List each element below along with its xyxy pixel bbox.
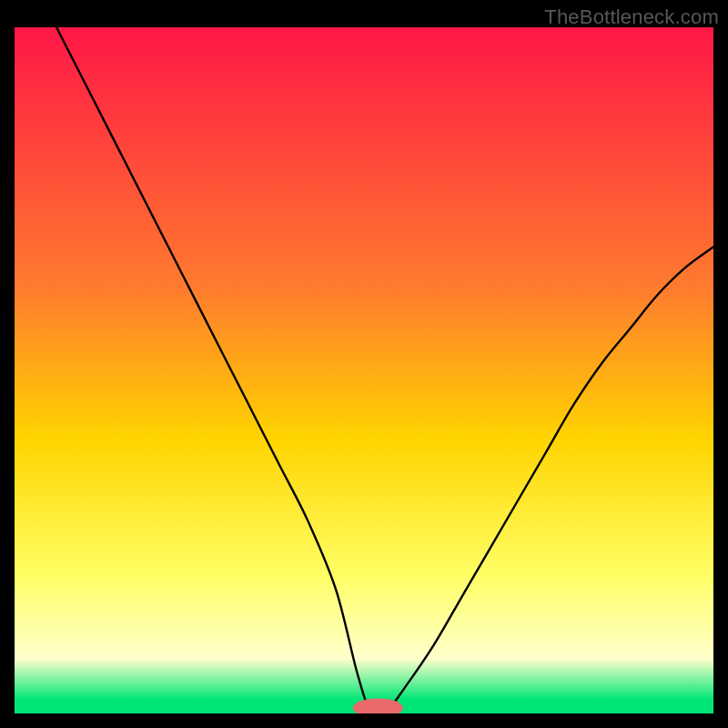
chart-frame: TheBottleneck.com (0, 0, 728, 728)
gradient-background (15, 27, 713, 713)
bottleneck-chart (15, 27, 713, 713)
watermark-text: TheBottleneck.com (544, 5, 719, 29)
plot-area (15, 27, 713, 713)
